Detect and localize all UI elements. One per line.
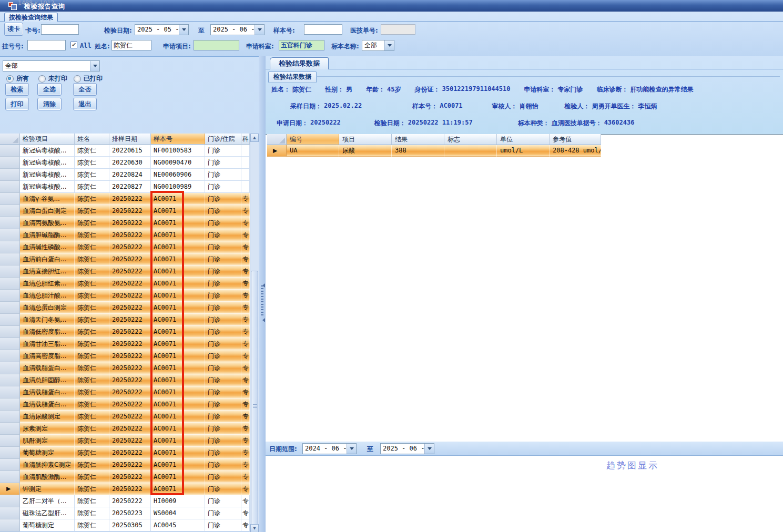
exit-button[interactable]: 退出 [73,98,97,110]
chevron-down-icon[interactable] [424,444,434,454]
trend-date-from-picker[interactable]: 2024 - 06 - 05 [302,443,357,454]
table-row[interactable]: ▶ 乙肝二对半（... 陈贺仁 20250222 HI0009 门诊 专 [0,495,250,507]
row-selector-cell[interactable]: ▶ [0,229,20,241]
table-row[interactable]: ▶ 钾测定 陈贺仁 20250222 AC0071 门诊 专 [0,483,250,495]
request-dept-input[interactable] [279,40,324,50]
tab-query-results[interactable]: 按检验查询结果 [4,13,58,22]
table-row[interactable]: ▶ 血清γ-谷氨... 陈贺仁 20250222 AC0071 门诊 专 [0,193,250,205]
table-row[interactable]: ▶ 血清前白蛋白... 陈贺仁 20250222 AC0071 门诊 专 [0,253,250,265]
chevron-down-icon[interactable] [347,444,356,454]
table-row[interactable]: ▶ 葡萄糖测定 陈贺仁 20250222 AC0071 门诊 专 [0,447,250,459]
print-filter-radio[interactable]: 未打印 [38,74,67,83]
chevron-down-icon[interactable] [255,25,264,35]
table-row[interactable]: ▶ 磁珠法乙型肝... 陈贺仁 20250223 WS0004 门诊 专 [0,507,250,519]
result-row[interactable]: ▶ UA 尿酸 388 umol/L 208-428 umol/L [267,145,601,157]
name-input[interactable] [111,40,151,50]
row-selector-cell[interactable]: ▶ [0,386,20,398]
row-selector-cell[interactable]: ▶ [0,290,20,302]
row-selector-cell[interactable]: ▶ [0,374,20,386]
row-selector-cell[interactable]: ▶ [0,193,20,205]
table-row[interactable]: ▶ 血清载脂蛋白... 陈贺仁 20250222 AC0071 门诊 专 [0,398,250,411]
table-row[interactable]: ▶ 血清肌酸激酶... 陈贺仁 20250222 AC0071 门诊 专 [0,471,250,483]
search-button[interactable]: 检索 [5,83,29,96]
row-selector-cell[interactable]: ▶ [0,217,20,229]
table-row[interactable]: ▶ 血清直接胆红... 陈贺仁 20250222 AC0071 门诊 专 [0,265,250,278]
col-header-dept[interactable]: 科 [241,134,250,145]
table-row[interactable]: ▶ 血清总胆红素... 陈贺仁 20250222 AC0071 门诊 专 [0,278,250,290]
reg-no-input[interactable] [27,40,66,50]
col-header-unit[interactable]: 单位 [497,134,550,145]
table-row[interactable]: ▶ 血清载脂蛋白... 陈贺仁 20250222 AC0071 门诊 专 [0,362,250,374]
table-row[interactable]: ▶ 血清载脂蛋白... 陈贺仁 20250222 AC0071 门诊 专 [0,386,250,398]
table-row[interactable]: ▶ 血清甘油三脂... 陈贺仁 20250222 AC0071 门诊 专 [0,338,250,350]
col-header-result[interactable]: 结果 [392,134,444,145]
table-row[interactable]: ▶ 血清白蛋白测定 陈贺仁 20250222 AC0071 门诊 专 [0,205,250,217]
row-selector-cell[interactable]: ▶ [0,495,20,507]
table-row[interactable]: ▶ 新冠病毒核酸... 陈贺仁 20220615 NF00100583 门诊 [0,145,250,157]
table-row[interactable]: ▶ 血清尿酸测定 陈贺仁 20250222 AC0071 门诊 专 [0,411,250,423]
table-row[interactable]: ▶ 血清胆碱脂酶... 陈贺仁 20250222 AC0071 门诊 专 [0,229,250,241]
tech-order-input[interactable] [381,24,415,35]
table-row[interactable]: ▶ 血清总胆固醇... 陈贺仁 20250222 AC0071 门诊 专 [0,374,250,386]
select-all-corner[interactable] [0,134,20,145]
col-header-ref[interactable]: 参考值 [550,134,601,145]
col-header-date[interactable]: 排样日期 [109,134,151,145]
sample-no-input[interactable] [304,24,342,35]
chevron-down-icon[interactable] [179,25,188,35]
row-selector-cell[interactable]: ▶ [0,435,20,447]
print-filter-radio[interactable]: 已打印 [74,74,103,83]
col-header-visit[interactable]: 门诊/住院 [205,134,241,145]
table-row[interactable]: ▶ 血清总胆汁酸... 陈贺仁 20250222 AC0071 门诊 专 [0,290,250,302]
tab-result-data[interactable]: 检验结果数据 [270,57,329,69]
print-button[interactable]: 打印 [5,98,29,110]
table-row[interactable]: ▶ 新冠病毒核酸... 陈贺仁 20220827 NG00100989 门诊 [0,181,250,193]
row-selector-cell[interactable]: ▶ [0,314,20,326]
row-selector-cell[interactable]: ▶ [0,362,20,374]
row-selector-cell[interactable]: ▶ [0,302,20,314]
table-row[interactable]: ▶ 新冠病毒核酸... 陈贺仁 20220630 NG00090470 门诊 [0,157,250,169]
row-selector-cell[interactable]: ▶ [0,471,20,483]
specimen-name-select[interactable]: 全部 [362,40,394,51]
card-no-input[interactable] [41,24,79,35]
row-selector-cell[interactable]: ▶ [0,507,20,519]
row-selector-cell[interactable]: ▶ [0,169,20,181]
col-header-item[interactable]: 检验项目 [20,134,75,145]
table-row[interactable]: ▶ 血清丙氨酸氨... 陈贺仁 20250222 AC0071 门诊 专 [0,217,250,229]
col-header-code[interactable]: 编号 [287,134,339,145]
table-row[interactable]: ▶ 新冠病毒核酸... 陈贺仁 20220824 NE00060906 门诊 [0,169,250,181]
table-row[interactable]: ▶ 血清低密度脂... 陈贺仁 20250222 AC0071 门诊 专 [0,326,250,338]
row-selector-cell[interactable]: ▶ [0,253,20,265]
row-selector-cell[interactable]: ▶ [0,278,20,290]
col-header-sample[interactable]: 样本号 [151,134,205,145]
row-selector-cell[interactable]: ▶ [0,145,20,157]
test-date-to-picker[interactable]: 2025 - 06 - 05 [210,24,265,35]
row-selector-cell[interactable]: ▶ [0,350,20,362]
col-header-flag[interactable]: 标志 [444,134,497,145]
table-row[interactable]: ▶ 尿素测定 陈贺仁 20250222 AC0071 门诊 专 [0,423,250,435]
row-selector-cell[interactable]: ▶ [0,483,20,495]
panel-splitter[interactable] [259,56,266,532]
clear-button[interactable]: 清除 [37,98,62,110]
all-checkbox[interactable]: ✔ [70,42,77,48]
table-row[interactable]: ▶ 血清总蛋白测定 陈贺仁 20250222 AC0071 门诊 专 [0,302,250,314]
row-selector-cell[interactable]: ▶ [0,398,20,411]
window-titlebar[interactable]: 1488 x 1012 检验报告查询 [0,0,783,12]
sample-table-scrollbar[interactable]: ▲ ▼ [250,134,259,532]
row-selector-cell[interactable]: ▶ [0,241,20,253]
trend-date-to-picker[interactable]: 2025 - 06 - 05 [380,443,434,454]
table-row[interactable]: ▶ 血清高密度脂... 陈贺仁 20250222 AC0071 门诊 专 [0,350,250,362]
select-none-button[interactable]: 全否 [73,83,97,96]
table-row[interactable]: ▶ 肌酐测定 陈贺仁 20250222 AC0071 门诊 专 [0,435,250,447]
row-selector-cell[interactable]: ▶ [0,423,20,435]
row-selector-cell[interactable]: ▶ [267,145,287,157]
row-selector-cell[interactable]: ▶ [0,265,20,278]
test-date-from-picker[interactable]: 2025 - 05 - 22 [135,24,189,35]
scroll-up-icon[interactable]: ▲ [250,134,259,142]
read-card-button[interactable]: 读卡 [4,23,23,36]
row-selector-cell[interactable]: ▶ [0,157,20,169]
row-selector-cell[interactable]: ▶ [0,326,20,338]
table-row[interactable]: ▶ 血清胱抑素C测定 陈贺仁 20250222 AC0071 门诊 专 [0,459,250,471]
select-all-corner[interactable] [267,134,287,145]
table-row[interactable]: ▶ 血清碱性磷酸... 陈贺仁 20250222 AC0071 门诊 专 [0,241,250,253]
row-selector-cell[interactable]: ▶ [0,205,20,217]
